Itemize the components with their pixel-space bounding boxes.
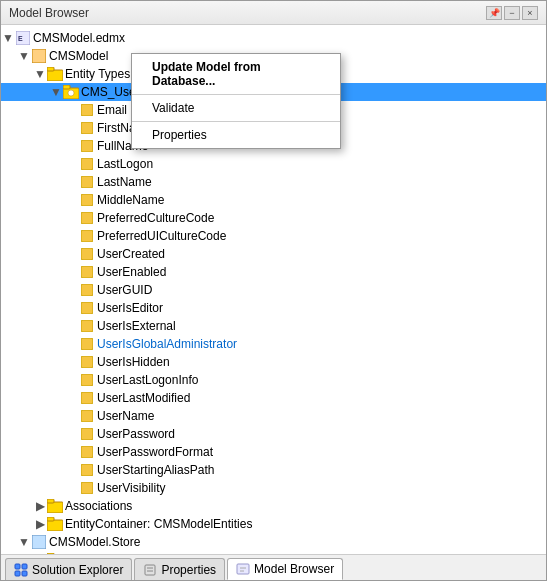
svg-rect-3	[47, 70, 63, 81]
svg-rect-17	[81, 266, 93, 278]
svg-rect-24	[81, 392, 93, 404]
svg-rect-4	[47, 67, 54, 71]
uservisibility-label: UserVisibility	[97, 479, 165, 497]
validate-label: Validate	[152, 101, 194, 115]
expand-cmsmodel[interactable]: ▼	[17, 49, 31, 63]
associations-label: Associations	[65, 497, 132, 515]
svg-rect-30	[47, 502, 63, 513]
svg-rect-27	[81, 446, 93, 458]
expand-entity-types[interactable]: ▼	[33, 67, 47, 81]
tree-item-userpasswordformat[interactable]: UserPasswordFormat	[1, 443, 546, 461]
cmsmodel-store-icon	[31, 534, 47, 550]
tree-item-userenabled[interactable]: UserEnabled	[1, 263, 546, 281]
context-menu-validate[interactable]: Validate	[132, 97, 340, 119]
tab-solution-explorer[interactable]: Solution Explorer	[5, 558, 132, 580]
preferredculturecode-label: PreferredCultureCode	[97, 209, 214, 227]
cmsmodel-store-label: CMSModel.Store	[49, 533, 140, 551]
field-icon	[79, 426, 95, 442]
tree-item-userstartingaliaspath[interactable]: UserStartingAliasPath	[1, 461, 546, 479]
tree-item-userguid[interactable]: UserGUID	[1, 281, 546, 299]
expand-cms-user[interactable]: ▼	[49, 85, 63, 99]
tree-item-lastlogon[interactable]: LastLogon	[1, 155, 546, 173]
cmsmodel-label: CMSModel	[49, 47, 108, 65]
tree-item-entitycontainer[interactable]: ▶ EntityContainer: CMSModelEntities	[1, 515, 546, 533]
solution-explorer-tab-label: Solution Explorer	[32, 561, 123, 579]
close-button[interactable]: ×	[522, 6, 538, 20]
svg-rect-2	[32, 49, 46, 63]
tree-item-uservisibility[interactable]: UserVisibility	[1, 479, 546, 497]
field-icon	[79, 282, 95, 298]
tab-model-browser[interactable]: Model Browser	[227, 558, 343, 580]
entity-types-label: Entity Types	[65, 65, 130, 83]
window-title: Model Browser	[9, 6, 89, 20]
tree-panel[interactable]: ▼ E CMSModel.edmx ▼ CMSModel ▼	[1, 25, 546, 554]
tree-item-associations[interactable]: ▶ Associations	[1, 497, 546, 515]
tree-item-userisexternal[interactable]: UserIsExternal	[1, 317, 546, 335]
tree-item-cmsmodel-store[interactable]: ▼ CMSModel.Store	[1, 533, 546, 551]
field-icon	[79, 372, 95, 388]
svg-rect-20	[81, 320, 93, 332]
tab-properties[interactable]: Properties	[134, 558, 225, 580]
field-icon	[79, 246, 95, 262]
entity-types-folder-icon	[47, 66, 63, 82]
svg-rect-25	[81, 410, 93, 422]
svg-rect-29	[81, 482, 93, 494]
tree-item-userlastlogoninfo[interactable]: UserLastLogonInfo	[1, 371, 546, 389]
tree-item-preferreduiculturecode[interactable]: PreferredUICultureCode	[1, 227, 546, 245]
userlastmodified-label: UserLastModified	[97, 389, 190, 407]
field-icon	[79, 336, 95, 352]
svg-rect-36	[47, 553, 54, 554]
tree-item-userishidden[interactable]: UserIsHidden	[1, 353, 546, 371]
field-icon	[79, 174, 95, 190]
svg-rect-32	[47, 520, 63, 531]
edmx-icon: E	[15, 30, 31, 46]
properties-tab-icon	[143, 563, 157, 577]
userisexternal-label: UserIsExternal	[97, 317, 176, 335]
useriseditor-label: UserIsEditor	[97, 299, 163, 317]
svg-rect-26	[81, 428, 93, 440]
tree-item-username[interactable]: UserName	[1, 407, 546, 425]
entitycontainer-folder-icon	[47, 516, 63, 532]
expand-entitycontainer[interactable]: ▶	[33, 517, 47, 531]
expand-tables-views[interactable]: ▶	[33, 553, 47, 554]
field-icon	[79, 444, 95, 460]
expand-cmsmodel-store[interactable]: ▼	[17, 535, 31, 549]
tree-item-cmsmodel-edmx[interactable]: ▼ E CMSModel.edmx	[1, 29, 546, 47]
svg-rect-23	[81, 374, 93, 386]
tree-item-usercreated[interactable]: UserCreated	[1, 245, 546, 263]
userishidden-label: UserIsHidden	[97, 353, 170, 371]
field-icon	[79, 192, 95, 208]
field-icon	[79, 102, 95, 118]
svg-rect-22	[81, 356, 93, 368]
cmsmodel-icon	[31, 48, 47, 64]
model-browser-tab-label: Model Browser	[254, 560, 334, 578]
expand-associations[interactable]: ▶	[33, 499, 47, 513]
tree-item-lastname[interactable]: LastName	[1, 173, 546, 191]
tree-item-preferredculturecode[interactable]: PreferredCultureCode	[1, 209, 546, 227]
svg-rect-18	[81, 284, 93, 296]
svg-rect-42	[22, 564, 27, 569]
tree-item-tables-views[interactable]: ▶ Tables / Views	[1, 551, 546, 554]
userguid-label: UserGUID	[97, 281, 152, 299]
tree-item-userlastmodified[interactable]: UserLastModified	[1, 389, 546, 407]
title-bar-left: Model Browser	[9, 6, 89, 20]
svg-rect-11	[81, 158, 93, 170]
expand-cmsmodel-edmx[interactable]: ▼	[1, 31, 15, 45]
context-menu: Update Model from Database... Validate P…	[131, 53, 341, 149]
userenabled-label: UserEnabled	[97, 263, 166, 281]
minimize-button[interactable]: −	[504, 6, 520, 20]
svg-rect-31	[47, 499, 54, 503]
tree-item-middlename[interactable]: MiddleName	[1, 191, 546, 209]
tree-item-userpassword[interactable]: UserPassword	[1, 425, 546, 443]
field-icon	[79, 300, 95, 316]
svg-rect-28	[81, 464, 93, 476]
title-controls: 📌 − ×	[486, 6, 538, 20]
pin-button[interactable]: 📌	[486, 6, 502, 20]
tree-item-useriseditor[interactable]: UserIsEditor	[1, 299, 546, 317]
svg-rect-43	[15, 571, 20, 576]
field-icon	[79, 462, 95, 478]
context-menu-update-model[interactable]: Update Model from Database...	[132, 56, 340, 92]
svg-rect-15	[81, 230, 93, 242]
context-menu-properties[interactable]: Properties	[132, 124, 340, 146]
tree-item-userisglobaladmin[interactable]: UserIsGlobalAdministrator	[1, 335, 546, 353]
